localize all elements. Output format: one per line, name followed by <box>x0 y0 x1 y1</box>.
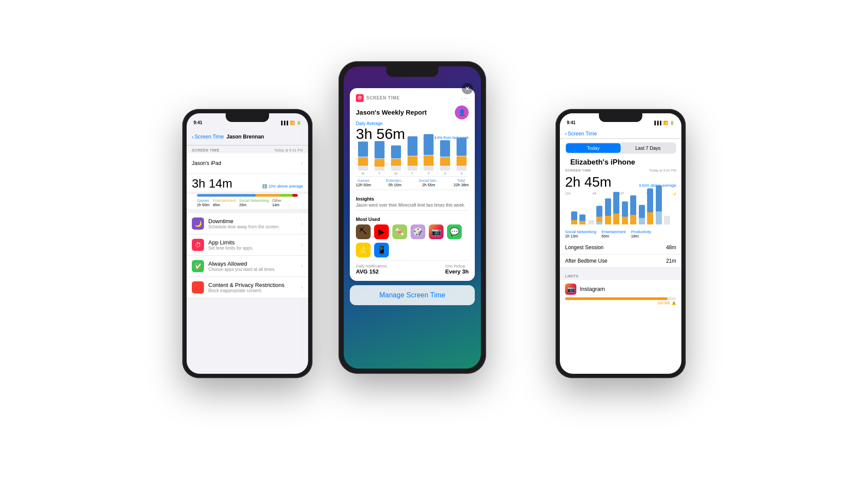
right-categories: Social Networking 1h 13m Entertainment 5… <box>560 228 681 241</box>
chevron-left-icon: ‹ <box>192 134 194 140</box>
chevron-right-icon: › <box>301 263 303 269</box>
left-nav-back[interactable]: ‹ Screen Time <box>192 134 224 140</box>
chevron-right-icon: › <box>301 160 303 166</box>
battery-icon: 🔋 <box>670 121 674 125</box>
right-nav-back[interactable]: ‹ Screen Time <box>565 131 597 137</box>
insights-text: Jason went over their Minecraft limit tw… <box>356 202 469 208</box>
user-avatar: 👤 <box>455 105 469 119</box>
left-device-row[interactable]: Jason's iPad › <box>187 153 308 174</box>
left-notch <box>226 113 269 122</box>
chart-col-s1: S <box>438 140 452 175</box>
widget-user-name: Jason's Weekly Report <box>356 109 427 116</box>
insights-container: Insights Jason went over their Minecraft… <box>356 190 469 208</box>
chevron-right-icon: › <box>301 221 303 227</box>
signal-icon: ▐▐▐ <box>653 121 661 125</box>
bar-social <box>279 194 293 197</box>
right-section-header: SCREEN TIME Today at 9:41 PM <box>560 167 681 173</box>
after-bedtime-row: After Bedtime Use 21m <box>560 254 681 268</box>
bar-games <box>197 194 256 197</box>
app-icon-minecraft: ⛏ <box>356 224 371 239</box>
right-cat-social: Social Networking 1h 13m <box>565 230 596 238</box>
cat-other: Other 14m <box>272 198 281 207</box>
close-button[interactable]: ✕ <box>462 83 473 94</box>
left-alwaysallowed-item[interactable]: ✅ Always Allowed Choose apps you want at… <box>187 256 308 277</box>
left-screen-content: 9:41 ▐▐▐ 📶 🔋 ‹ Screen Time Jason Brennan <box>187 113 308 374</box>
widget-label: ⏱ SCREEN TIME <box>356 94 400 102</box>
main-scene: 9:41 ▐▐▐ 📶 🔋 ‹ Screen Time Jason Brennan <box>130 40 738 452</box>
chart-col-f: F <box>421 134 436 175</box>
chevron-left-icon: ‹ <box>565 131 567 137</box>
right-device-name: Elizabeth's iPhone <box>565 156 641 166</box>
right-status-icons: ▐▐▐ 📶 🔋 <box>653 121 674 125</box>
warning-icon: ⚠️ <box>671 301 676 305</box>
widget-bottom-stats: Daily Notifications AVG 152 One Pickup E… <box>356 260 469 275</box>
pickup-stat: One Pickup Every 3h <box>445 264 469 275</box>
right-stats-container: Longest Session 48m After Bedtime Use 21… <box>560 241 681 268</box>
instagram-limits-bar <box>565 297 676 300</box>
insights-title: Insights <box>356 196 469 201</box>
wifi-icon: 📶 <box>663 121 668 125</box>
right-limits-instagram: 📷 Instagram 5m left ⚠️ <box>560 280 681 309</box>
left-time-display: 3h 14m <box>192 177 232 191</box>
left-usage-bar <box>197 194 298 197</box>
wifi-icon: 📶 <box>290 121 295 125</box>
app-icon-game: 🎲 <box>411 224 425 239</box>
stat-entertainment: Entertain... 5h 15m <box>386 178 404 187</box>
cat-social: Social Networking 25m <box>239 198 269 207</box>
info-icon: ℹ️ <box>262 184 267 188</box>
cat-entertainment: Entertainment 45m <box>213 198 236 207</box>
downtime-icon: 🌙 <box>192 217 204 230</box>
app-icon-star: ⭐ <box>356 243 371 257</box>
left-applimits-item[interactable]: ⏱ App Limits Set time limits for apps. › <box>187 234 308 256</box>
chart-stats: Games 12h 50m Entertain... 5h 15m Social… <box>356 178 469 187</box>
segment-last7days[interactable]: Last 7 Days <box>621 143 675 153</box>
app-icon-candy: 🍬 <box>392 224 407 239</box>
chart-col-t2: T <box>405 136 420 175</box>
app-icon-messages: 💬 <box>447 224 462 239</box>
alwaysallowed-icon: ✅ <box>192 260 204 272</box>
chart-col-t1: T <box>372 141 387 175</box>
limits-section-header: LIMITS <box>560 268 681 280</box>
chart-col-w: W <box>389 145 403 175</box>
left-phone-screen: 9:41 ▐▐▐ 📶 🔋 ‹ Screen Time Jason Brennan <box>187 113 308 374</box>
right-phone: 9:41 ▐▐▐ 📶 🔋 ‹ Screen Time T <box>556 109 686 378</box>
chevron-right-icon: › <box>301 284 303 290</box>
bar-entertainment <box>256 194 280 197</box>
stat-total: Total 22h 38m <box>454 178 469 187</box>
right-time-display: 2h 45m <box>565 174 612 190</box>
center-notch <box>386 66 438 77</box>
segment-today[interactable]: Today <box>566 143 621 153</box>
daily-avg-label: Daily Average <box>356 121 469 126</box>
right-nav-bar: ‹ Screen Time <box>560 129 681 139</box>
right-notch <box>599 113 642 122</box>
app-icon-other: 📱 <box>374 243 389 257</box>
right-segment-control: Today Last 7 Days <box>565 142 676 154</box>
manage-screen-time-button[interactable]: Manage Screen Time <box>350 285 475 305</box>
left-phone: 9:41 ▐▐▐ 📶 🔋 ‹ Screen Time Jason Brennan <box>182 109 312 378</box>
most-used-container: Most Used ⛏ ▶ 🍬 🎲 📷 💬 ⭐ 📱 <box>356 210 469 257</box>
chevron-right-icon: › <box>301 242 303 248</box>
chart-col-s2: S <box>454 138 469 175</box>
content-restrictions-icon: 🚫 <box>192 281 204 293</box>
widget-user-row: Jason's Weekly Report 👤 <box>356 105 469 119</box>
right-device-container: Elizabeth's iPhone <box>560 157 681 167</box>
right-screen-content: 9:41 ▐▐▐ 📶 🔋 ‹ Screen Time T <box>560 113 681 374</box>
chart-col-m: M <box>356 142 370 175</box>
left-usage-categories: Games 1h 50m Entertainment 45m Social Ne… <box>192 198 303 207</box>
instagram-icon: 📷 <box>565 283 576 295</box>
moon-icon: 🌙 <box>672 192 676 195</box>
widget-menu-dots[interactable]: ··· <box>461 95 469 102</box>
left-downtime-item[interactable]: 🌙 Downtime Schedule time away from the s… <box>187 213 308 234</box>
center-chart: M T <box>356 142 469 187</box>
left-time-container: 3h 14m ℹ️ 22m above average <box>187 174 308 191</box>
right-time: 9:41 <box>567 120 575 125</box>
longest-session-row: Longest Session 48m <box>560 241 681 254</box>
right-chart-bars <box>565 196 676 224</box>
cat-games: Games 1h 50m <box>197 198 209 207</box>
stat-social: Social Net... 2h 55m <box>419 178 439 187</box>
right-chart-container: 12A 6A 12P 6P 🌙 <box>560 191 681 228</box>
left-content-restrictions-item[interactable]: 🚫 Content & Privacy Restrictions Block i… <box>187 277 308 298</box>
left-menu-list: 🌙 Downtime Schedule time away from the s… <box>187 213 308 298</box>
widget-header: ⏱ SCREEN TIME ··· <box>356 94 469 102</box>
most-used-icons: ⛏ ▶ 🍬 🎲 📷 💬 ⭐ 📱 <box>356 224 469 257</box>
